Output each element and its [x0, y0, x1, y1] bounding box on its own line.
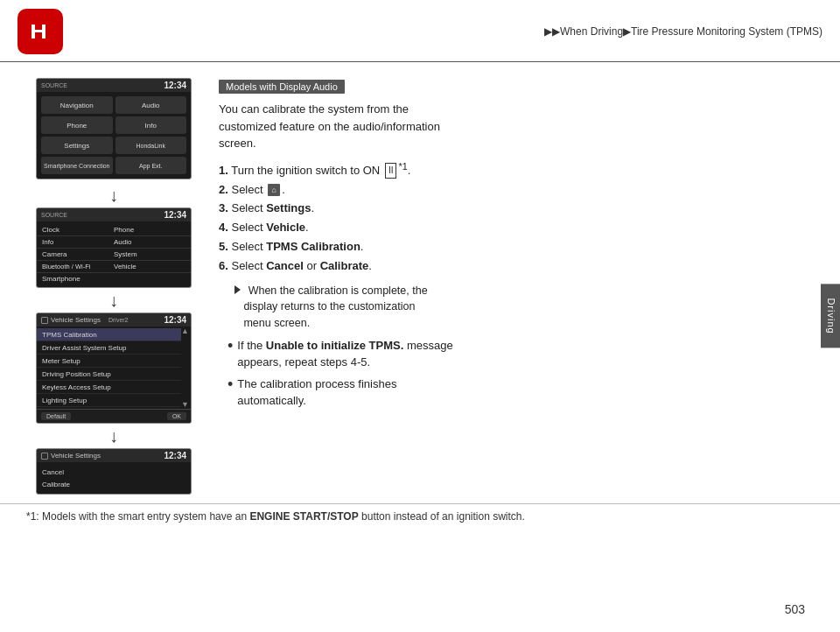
- driving-tab: Driving: [821, 284, 840, 348]
- step-2: 2. Select ⌂.: [219, 181, 805, 200]
- screenshots-panel: SOURCE 12:34 Navigation Audio Phone Info…: [26, 78, 201, 495]
- scroll-arrows: ▲ ▼: [181, 327, 191, 409]
- screen2-row: Bluetooth / Wi-FiVehicle: [37, 261, 191, 273]
- step-6: 6. Select Cancel or Calibrate.: [219, 257, 805, 276]
- meter-row: Meter Setup: [37, 355, 181, 368]
- screen2-row: CameraSystem: [37, 249, 191, 261]
- lighting-row: Lighting Setup: [37, 394, 181, 407]
- settings-item: Settings: [41, 137, 113, 154]
- screen1: SOURCE 12:34 Navigation Audio Phone Info…: [36, 78, 192, 179]
- bullet-2: • The calibration process finishesautoma…: [228, 376, 805, 410]
- audio-item: Audio: [116, 96, 187, 114]
- calibrate-option: Calibrate: [42, 478, 186, 490]
- screen3-list: TPMS Calibration Driver Assist System Se…: [37, 327, 181, 409]
- step-5: 5. Select TPMS Calibration.: [219, 238, 805, 256]
- info-item: Info: [116, 116, 187, 134]
- step-4: 4. Select Vehicle.: [219, 219, 805, 237]
- section-badge: Models with Display Audio: [219, 80, 345, 94]
- screen2: SOURCE 12:34 ClockPhone InfoAudio Camera…: [36, 207, 192, 288]
- screen4-list: Cancel Calibrate: [37, 462, 191, 494]
- screen2-header: SOURCE 12:34: [37, 208, 191, 221]
- main-content: SOURCE 12:34 Navigation Audio Phone Info…: [0, 62, 840, 503]
- screen2-list: ClockPhone InfoAudio CameraSystem Blueto…: [37, 221, 191, 287]
- home-icon: ⌂: [268, 184, 280, 196]
- phone-item: Phone: [41, 116, 113, 134]
- keyless-row: Keyless Access Setup: [37, 381, 181, 394]
- driving-position-row: Driving Position Setup: [37, 368, 181, 381]
- screen2-row: InfoAudio: [37, 236, 191, 249]
- step-3: 3. Select Settings.: [219, 200, 805, 218]
- sub-note: When the calibration is complete, the di…: [234, 283, 805, 332]
- screen2-row: ClockPhone: [37, 224, 191, 236]
- content-panel: Models with Display Audio You can calibr…: [219, 78, 805, 495]
- bullet-1: • If the Unable to initialize TPMS. mess…: [228, 337, 805, 371]
- tpms-row: TPMS Calibration: [37, 328, 181, 341]
- arrow-2: ↓: [109, 290, 118, 311]
- cancel-option: Cancel: [42, 466, 186, 478]
- screen3: Vehicle Settings Driver2 12:34 TPMS Cali…: [36, 312, 192, 424]
- intro-text: You can calibrate the system from the cu…: [219, 101, 805, 152]
- nav-item: Navigation: [41, 96, 113, 114]
- arrow-3: ↓: [109, 425, 118, 446]
- hondalink-item: HondaLink: [116, 137, 187, 154]
- screen2-row: Smartphone: [37, 273, 191, 284]
- bullet-list: • If the Unable to initialize TPMS. mess…: [228, 337, 805, 410]
- step-1: 1. Turn the ignition switch to ON II*1.: [219, 159, 805, 180]
- appext-item: App Ext.: [116, 157, 187, 174]
- page-header: ▶▶When Driving▶Tire Pressure Monitoring …: [0, 0, 840, 62]
- ignition-icon: II: [385, 163, 397, 179]
- driver-assist-row: Driver Assist System Setup: [37, 341, 181, 355]
- screen3-header: Vehicle Settings Driver2 12:34: [37, 313, 191, 327]
- screen1-grid: Navigation Audio Phone Info Settings Hon…: [37, 92, 191, 179]
- smartphone-item: Smartphone Connection: [41, 157, 113, 174]
- footnote: *1: Models with the smart entry system h…: [0, 503, 840, 529]
- steps-list: 1. Turn the ignition switch to ON II*1. …: [219, 159, 805, 276]
- arrow-1: ↓: [109, 185, 118, 206]
- screen3-footer: Default OK: [37, 409, 191, 423]
- screen4: Vehicle Settings 12:34 Cancel Calibrate: [36, 448, 192, 495]
- screen1-header: SOURCE 12:34: [37, 79, 191, 92]
- screen4-header: Vehicle Settings 12:34: [37, 449, 191, 462]
- triangle-icon: [234, 285, 241, 294]
- breadcrumb: ▶▶When Driving▶Tire Pressure Monitoring …: [544, 25, 822, 38]
- honda-logo[interactable]: [18, 9, 63, 54]
- page-number: 503: [785, 602, 805, 616]
